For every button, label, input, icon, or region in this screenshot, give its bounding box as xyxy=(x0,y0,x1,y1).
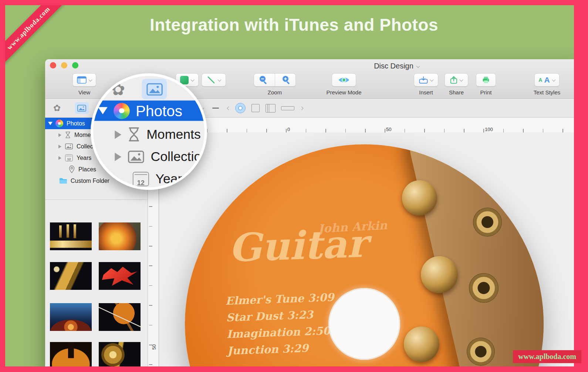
chevron-down-icon xyxy=(430,78,433,81)
chevron-down-icon xyxy=(552,78,555,81)
calendar-icon: 12 xyxy=(133,171,149,186)
line-style-button[interactable] xyxy=(202,73,226,87)
disc-album-text[interactable]: Guitar xyxy=(228,221,368,271)
disc-design-object[interactable]: John Arkin Guitar Elmer's Tune 3:09 Star… xyxy=(185,144,544,372)
insert-icon xyxy=(419,76,428,84)
photo-thumbnail-violin-bow[interactable] xyxy=(99,303,141,331)
window-title[interactable]: Disc Design xyxy=(356,62,437,70)
calendar-icon: 12 xyxy=(65,154,73,161)
photo-thumbnail-electric-guitar[interactable] xyxy=(99,262,141,290)
folder-icon xyxy=(59,178,67,184)
photo-icon xyxy=(128,150,144,163)
ruler-tick-label: 50 xyxy=(151,344,157,349)
surface-spine-button[interactable] xyxy=(281,99,294,117)
photo-icon xyxy=(77,105,86,112)
zoom-in-button[interactable] xyxy=(277,74,295,86)
line-icon xyxy=(207,76,216,84)
disclosure-open-icon[interactable] xyxy=(48,122,53,125)
separator-dash xyxy=(212,99,219,117)
photo-browser xyxy=(45,200,148,372)
ruler-tick-label: 100 xyxy=(485,127,493,132)
map-pin-icon xyxy=(69,165,75,173)
zoom-group xyxy=(254,73,296,87)
magnified-item-photos: Photos xyxy=(93,101,207,121)
disclosure-open-icon xyxy=(98,107,108,114)
view-label: View xyxy=(70,89,99,95)
printer-icon xyxy=(482,76,490,84)
zoom-window-button[interactable] xyxy=(72,62,78,68)
banner-title: Integration with iTunes and Photos xyxy=(0,15,588,35)
square-surface-icon xyxy=(251,104,260,112)
view-icon xyxy=(77,76,87,84)
screenshot-frame: Integration with iTunes and Photos www.a… xyxy=(0,0,588,372)
watermark: www.aplboda.com xyxy=(513,350,581,363)
disclosure-closed-icon xyxy=(115,153,121,161)
surface-disc-button[interactable] xyxy=(235,99,246,117)
zoom-label: Zoom xyxy=(260,89,290,95)
zoom-out-button[interactable] xyxy=(254,74,273,86)
disclosure-closed-icon[interactable] xyxy=(58,145,61,148)
disclosure-closed-icon[interactable] xyxy=(58,156,61,160)
tuning-post xyxy=(467,338,495,366)
eye-icon xyxy=(338,76,350,84)
preview-mode-button[interactable] xyxy=(332,73,356,87)
print-button[interactable] xyxy=(476,73,496,87)
text-style-a-small: A xyxy=(538,77,542,83)
tuning-post xyxy=(469,273,499,303)
insert-button[interactable] xyxy=(414,73,438,87)
zoom-out-icon xyxy=(258,75,268,85)
magnifier-callout: ✿ Photos Moments Collections 12 xyxy=(91,73,207,190)
hourglass-icon xyxy=(65,131,71,138)
hourglass-icon xyxy=(128,127,140,142)
horizontal-ruler: 0 50 100 xyxy=(159,118,581,133)
chevron-left-icon xyxy=(226,107,230,110)
photo-thumbnail-guitar[interactable] xyxy=(99,222,141,250)
photo-thumbnail-trumpet[interactable] xyxy=(50,222,92,250)
photo-thumbnail-saxophone[interactable] xyxy=(50,262,92,290)
photo-icon xyxy=(65,143,73,150)
shapes-tab[interactable]: ✿ xyxy=(53,99,61,117)
photos-app-icon xyxy=(114,103,130,119)
zoom-in-icon xyxy=(281,75,291,85)
chevron-down-icon xyxy=(217,78,221,81)
close-button[interactable] xyxy=(50,62,56,68)
minimize-button[interactable] xyxy=(61,62,67,68)
disc-center-hole xyxy=(328,288,400,360)
chevron-down-icon xyxy=(459,78,463,81)
share-label: Share xyxy=(442,89,471,95)
chevron-down-icon xyxy=(416,65,420,68)
disclosure-closed-icon xyxy=(115,130,121,139)
photo-thumbnail-violin[interactable] xyxy=(50,342,92,370)
print-label: Print xyxy=(471,89,501,95)
spine-surface-icon xyxy=(281,106,294,110)
tuning-post xyxy=(473,208,502,237)
surface-case-button[interactable] xyxy=(251,99,260,117)
prev-surface-button[interactable] xyxy=(226,99,230,117)
chevron-right-icon xyxy=(300,107,304,110)
magnified-item-moments: Moments xyxy=(93,126,207,143)
photo-thumbnail-trombone[interactable] xyxy=(99,342,141,370)
track-item: Junction 3:29 xyxy=(227,339,336,359)
disclosure-closed-icon[interactable] xyxy=(58,133,61,137)
share-button[interactable] xyxy=(445,73,468,87)
tuning-peg xyxy=(404,326,439,362)
share-icon xyxy=(450,76,457,84)
view-button[interactable] xyxy=(72,73,96,87)
surface-booklet-button[interactable] xyxy=(266,99,276,117)
next-surface-button[interactable] xyxy=(300,99,304,117)
photos-tab[interactable] xyxy=(75,99,89,117)
ruler-tick-label: 50 xyxy=(386,127,391,132)
text-styles-button[interactable]: A A xyxy=(534,73,560,87)
insert-label: Insert xyxy=(411,89,441,95)
photo-thumbnail-concert[interactable] xyxy=(50,303,92,331)
clover-icon: ✿ xyxy=(53,103,61,113)
tuning-peg xyxy=(402,180,437,215)
photos-tab-highlighted xyxy=(142,79,167,99)
ruler-tick-label: 0 xyxy=(287,127,290,132)
disc-track-list[interactable]: Elmer's Tune 3:09 Star Dust 3:23 Imagina… xyxy=(225,289,336,359)
photos-app-icon xyxy=(55,120,63,127)
preview-mode-label: Preview Mode xyxy=(314,89,374,95)
design-canvas[interactable]: John Arkin Guitar Elmer's Tune 3:09 Star… xyxy=(159,133,581,372)
magnified-item-collections: Collections xyxy=(93,148,207,165)
tuning-peg xyxy=(421,256,458,293)
